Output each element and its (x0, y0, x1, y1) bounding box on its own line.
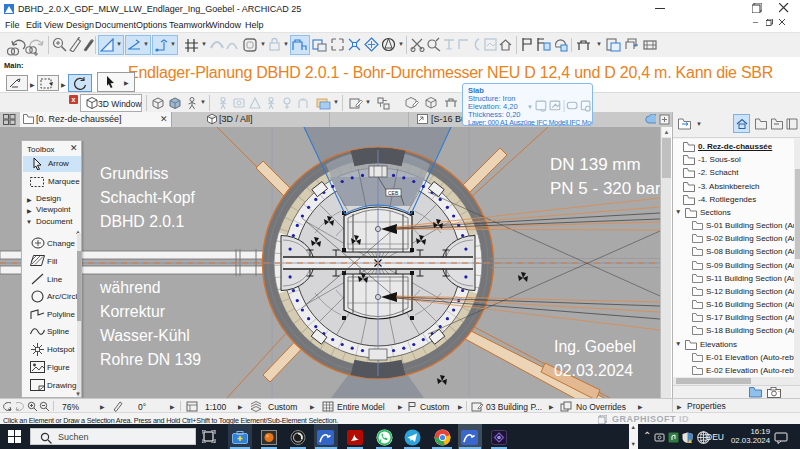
svg-text:DBHD 2.0.1: DBHD 2.0.1 (100, 213, 184, 230)
svg-text:Ing. Goebel: Ing. Goebel (554, 338, 636, 355)
svg-text:CEB: CEB (388, 190, 399, 196)
svg-text:Grundriss: Grundriss (100, 165, 169, 182)
svg-text:während: während (99, 279, 161, 296)
svg-text:Rohre DN 139: Rohre DN 139 (100, 351, 201, 368)
svg-text:DN 139 mm: DN 139 mm (550, 155, 641, 174)
svg-text:Schacht-Kopf: Schacht-Kopf (100, 189, 195, 206)
svg-text:Korrektur: Korrektur (100, 303, 165, 320)
svg-text:02.03.2024: 02.03.2024 (554, 362, 633, 379)
svg-text:Wasser-Kühl: Wasser-Kühl (100, 327, 190, 344)
svg-text:PN 5 - 320 bar: PN 5 - 320 bar (550, 179, 660, 198)
